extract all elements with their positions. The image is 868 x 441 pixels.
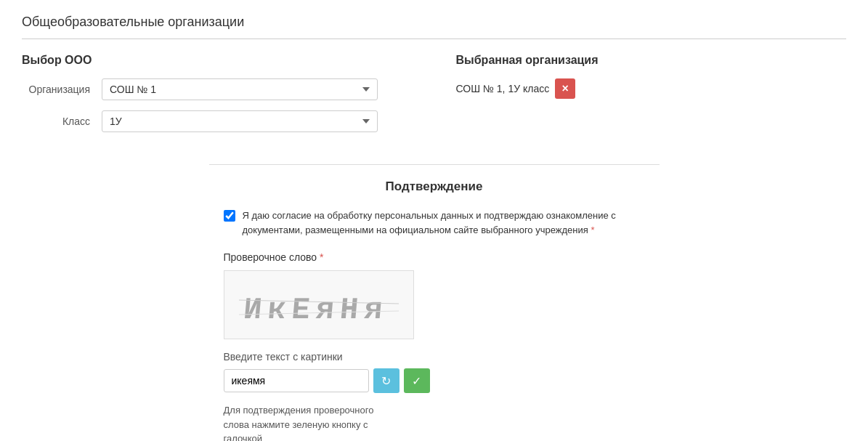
confirmation-title: Подтверждение — [209, 179, 660, 194]
captcha-hint: Для подтверждения проверочного слова наж… — [209, 403, 398, 441]
refresh-captcha-button[interactable]: ↻ — [373, 368, 399, 393]
captcha-input[interactable] — [224, 369, 369, 392]
page-title: Общеобразовательные организации — [22, 15, 846, 39]
right-section-title: Выбранная организация — [456, 54, 847, 67]
selected-org-text: СОШ № 1, 1У класс — [456, 83, 550, 94]
confirm-captcha-button[interactable]: ✓ — [404, 368, 430, 393]
class-select[interactable]: 1У — [102, 110, 378, 132]
org-select[interactable]: СОШ № 1 — [102, 78, 378, 100]
left-section-title: Выбор ООО — [22, 54, 413, 67]
check-icon: ✓ — [412, 374, 421, 388]
captcha-image: ИкЕяНя — [224, 270, 414, 339]
captcha-label: Проверочное слово * — [209, 251, 660, 263]
consent-text: Я даю согласие на обработку персональных… — [243, 209, 645, 237]
svg-text:ИкЕяНя: ИкЕяНя — [242, 293, 389, 328]
captcha-image-container: ИкЕяНя — [209, 270, 660, 339]
class-label: Класс — [22, 116, 102, 127]
selected-org-badge: СОШ № 1, 1У класс × — [456, 78, 576, 99]
remove-org-button[interactable]: × — [555, 78, 575, 99]
org-label: Организация — [22, 84, 102, 95]
refresh-icon: ↻ — [381, 374, 391, 388]
input-label: Введите текст с картинки — [209, 351, 660, 363]
consent-checkbox[interactable] — [224, 210, 235, 222]
